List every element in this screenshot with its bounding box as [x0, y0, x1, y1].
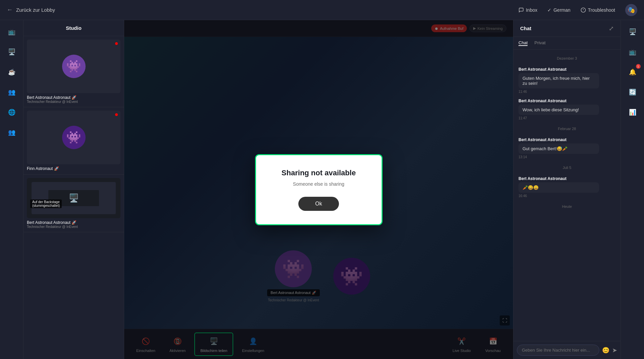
back-button[interactable]: ← Zurück zur Lobby: [7, 6, 55, 13]
chat-header: Chat ⤢: [513, 20, 621, 37]
right-sidebar-screen-icon[interactable]: 🖥️: [626, 25, 639, 39]
right-sidebar-refresh-icon[interactable]: 🔄: [626, 85, 639, 99]
back-label: Zurück zur Lobby: [16, 7, 55, 13]
msg-bubble-2: Wow, ich liebe diese Sitzung!: [518, 105, 599, 115]
backstage-video: 🖥️ Auf der Backstage (stummgeschaltet): [27, 178, 120, 218]
chat-input[interactable]: [517, 345, 599, 356]
chat-message-4: Bert Astronaut Astronaut 🥕😀😀 16:46: [518, 176, 615, 198]
participant-avatar-2: 👾: [62, 126, 86, 149]
sidebar-group-icon[interactable]: 👥: [5, 126, 18, 139]
chat-message-2: Bert Astronaut Astronaut Wow, ich liebe …: [518, 99, 615, 120]
right-sidebar-table-icon[interactable]: 📊: [626, 106, 639, 119]
msg-time-2: 11:47: [518, 116, 615, 120]
chat-panel: Chat ⤢ Chat Privat Dezember 3 Bert Astro…: [513, 20, 621, 359]
participants-panel: Studio 👾 Bert Astronaut Astronaut 🚀 Tech…: [23, 20, 124, 359]
msg-time-3: 13:14: [518, 155, 615, 159]
recording-dot-1: [115, 42, 118, 45]
chat-tabs: Chat Privat: [513, 37, 621, 50]
notification-badge: 1: [636, 64, 641, 69]
backstage-card: 🖥️ Auf der Backstage (stummgeschaltet) B…: [23, 175, 124, 232]
backstage-participant-role: Technischer Redakteur @ InEvent: [27, 225, 120, 229]
chat-message-1: Bert Astronaut Astronaut Guten Morgen, i…: [518, 67, 615, 94]
backstage-participant-name: Bert Astronaut Astronaut 🚀: [27, 220, 120, 225]
date-divider-4: Heute: [518, 204, 615, 208]
msg-bubble-1: Guten Morgen, ich freue mich, hier zu se…: [518, 73, 599, 88]
right-sidebar: 🖥️ 📺 🔔 1 🔄 📊: [621, 20, 644, 359]
backstage-screen: 🖥️: [32, 182, 116, 214]
recording-dot-2: [115, 113, 118, 116]
chat-tab-private[interactable]: Privat: [534, 40, 545, 46]
participant-name-2: Finn Astronaut 🚀: [27, 166, 120, 171]
inbox-label: Inbox: [526, 7, 537, 13]
backstage-screen-icon: 🖥️: [69, 193, 79, 203]
right-sidebar-notif-wrapper: 🔔 1: [626, 65, 639, 79]
sidebar-globe-icon[interactable]: 🌐: [5, 106, 18, 119]
inbox-button[interactable]: Inbox: [518, 7, 537, 13]
participant-role-1: Technischer Redakteur @ InEvent: [27, 100, 120, 104]
msg-author-1: Bert Astronaut Astronaut: [518, 67, 615, 72]
participant-video-2: 👾: [27, 111, 120, 164]
participant-video-1: 👾: [27, 40, 120, 93]
main-layout: 📺 🖥️ ☕ 👥 🌐 👥 Studio 👾 Bert Astronaut Ast…: [0, 20, 644, 359]
inbox-icon: [518, 7, 524, 13]
user-avatar[interactable]: 🎭: [625, 4, 637, 16]
back-arrow-icon: ←: [7, 6, 13, 13]
date-divider-3: Juli 5: [518, 166, 615, 170]
chat-message-3: Bert Astronaut Astronaut Gut gemach Bert…: [518, 137, 615, 159]
sidebar-screen-icon[interactable]: 🖥️: [5, 45, 18, 59]
troubleshoot-button[interactable]: Troubleshoot: [581, 7, 615, 13]
chat-messages: Dezember 3 Bert Astronaut Astronaut Gute…: [513, 50, 621, 341]
chat-tab-main[interactable]: Chat: [518, 40, 528, 46]
participant-card-2: 👾 Finn Astronaut 🚀: [23, 107, 124, 175]
chat-input-area: 😊 ➤: [513, 341, 621, 359]
troubleshoot-icon: [581, 7, 586, 13]
sidebar-studio-icon[interactable]: 📺: [5, 25, 18, 39]
emoji-button[interactable]: 😊: [602, 347, 609, 354]
language-button[interactable]: ✓ German: [547, 7, 571, 13]
studio-panel-title: Studio: [23, 20, 124, 36]
msg-bubble-4: 🥕😀😀: [518, 182, 599, 193]
sharing-modal: Sharing not available Someone else is sh…: [255, 154, 383, 225]
top-navbar: ← Zurück zur Lobby Inbox ✓ German Troubl…: [0, 0, 644, 20]
checkmark-icon: ✓: [547, 7, 551, 13]
modal-title: Sharing not available: [273, 169, 365, 177]
modal-overlay: Sharing not available Someone else is sh…: [124, 20, 513, 359]
msg-bubble-3: Gut gemach Bert!😅🥕: [518, 143, 599, 154]
participant-avatar-1: 👾: [62, 55, 86, 78]
msg-time-4: 16:46: [518, 194, 615, 198]
msg-author-4: Bert Astronaut Astronaut: [518, 176, 615, 181]
chat-expand-icon[interactable]: ⤢: [609, 25, 614, 32]
msg-author-2: Bert Astronaut Astronaut: [518, 99, 615, 103]
top-nav-right: Inbox ✓ German Troubleshoot 🎭: [518, 4, 637, 16]
date-divider-1: Dezember 3: [518, 56, 615, 60]
backstage-label: Auf der Backstage (stummgeschaltet): [30, 199, 62, 208]
participant-name-1: Bert Astronaut Astronaut 🚀: [27, 95, 120, 100]
left-sidebar: 📺 🖥️ ☕ 👥 🌐 👥: [0, 20, 23, 359]
modal-ok-button[interactable]: Ok: [298, 197, 339, 211]
sidebar-coffee-icon[interactable]: ☕: [5, 65, 18, 79]
right-sidebar-tv-icon[interactable]: 📺: [626, 45, 639, 59]
date-divider-2: Februar 28: [518, 127, 615, 131]
sidebar-people-icon[interactable]: 👥: [5, 85, 18, 99]
chat-title: Chat: [520, 25, 531, 31]
language-label: German: [553, 7, 571, 13]
send-button[interactable]: ➤: [612, 347, 617, 354]
participant-card-1: 👾 Bert Astronaut Astronaut 🚀 Technischer…: [23, 36, 124, 107]
modal-subtitle: Someone else is sharing: [273, 181, 365, 187]
troubleshoot-label: Troubleshoot: [588, 7, 615, 13]
msg-author-3: Bert Astronaut Astronaut: [518, 137, 615, 142]
stage-area: ⏺ Aufnahme Buf ▶ Kein Streaming 👾 Bert A…: [124, 20, 513, 359]
msg-time-1: 11:46: [518, 90, 615, 94]
